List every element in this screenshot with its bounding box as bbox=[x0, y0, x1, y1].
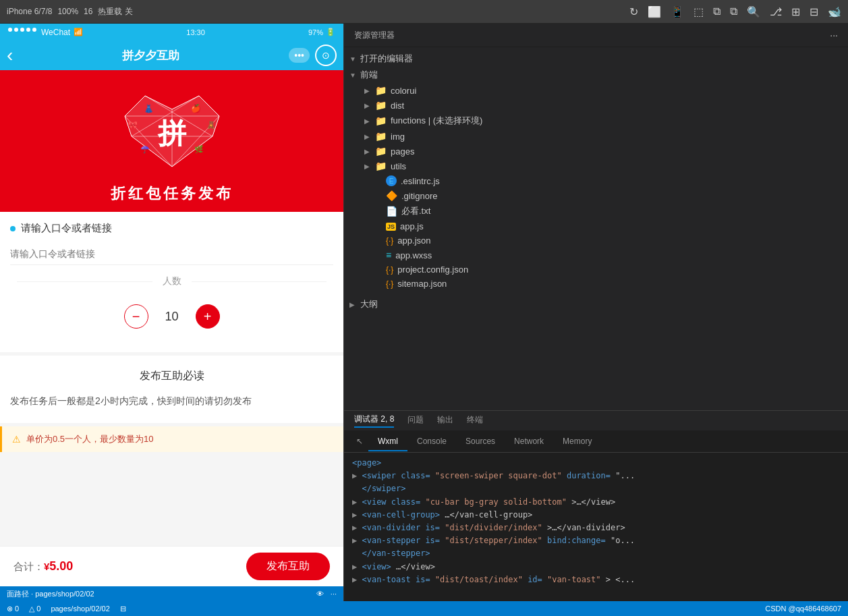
split-icon[interactable]: ⧉ bbox=[713, 5, 720, 18]
file-tree-item-appwxss[interactable]: ≡ app.wxss bbox=[344, 248, 848, 262]
nav-camera-button[interactable]: ⊙ bbox=[315, 45, 337, 66]
file-tree-item-appjs[interactable]: JS app.js bbox=[344, 219, 848, 233]
grid-icon[interactable]: ⊞ bbox=[791, 5, 800, 18]
svg-text:☂️: ☂️ bbox=[140, 144, 150, 154]
debug-subtab-sources[interactable]: Sources bbox=[456, 432, 505, 451]
xml-line-1: <page> bbox=[352, 457, 840, 470]
file-tree-item-img[interactable]: ▶ 📁 img bbox=[344, 129, 848, 144]
file-tree-item-projectjson[interactable]: {·} project.config.json bbox=[344, 262, 848, 277]
svg-text:拼: 拼 bbox=[157, 117, 187, 149]
open-editors-section[interactable]: ▼ 打开的编辑器 bbox=[344, 51, 848, 67]
svg-text:🌿: 🌿 bbox=[194, 144, 204, 154]
outline-section[interactable]: ▶ 大纲 bbox=[344, 296, 848, 312]
minus-icon: − bbox=[132, 309, 140, 325]
banner-logo: 拼 👗 🍎 🎀 🧸 ☂️ 🌿 折红包任务发布 bbox=[111, 79, 233, 204]
debug-tab-issues[interactable]: 问题 bbox=[407, 414, 424, 427]
explorer-menu-icon[interactable]: ··· bbox=[830, 30, 838, 40]
file-tree-item-eslintrc[interactable]: E .eslintrc.js bbox=[344, 173, 848, 188]
folder-icon-functions: 📁 bbox=[375, 115, 387, 126]
file-tree-item-utils[interactable]: ▶ 📁 utils bbox=[344, 159, 848, 173]
banner-text: 折红包任务发布 bbox=[111, 184, 233, 204]
file-icon: ⊟ bbox=[120, 605, 126, 613]
signal-dot-2 bbox=[14, 28, 18, 32]
frontend-label: 前端 bbox=[360, 69, 378, 81]
svg-text:🧸: 🧸 bbox=[206, 120, 216, 130]
pages-label: pages bbox=[391, 146, 414, 157]
van-stepper-is-value: "dist/stepper/index" bbox=[445, 536, 542, 545]
window-icon[interactable]: ⬚ bbox=[694, 5, 704, 18]
file-tree-item-colorui[interactable]: ▶ 📁 colorui bbox=[344, 83, 848, 98]
warning-icon: ⚠ bbox=[12, 434, 21, 445]
xml-tag-page: <page> bbox=[352, 458, 381, 468]
van-toast-id-value: "van-toast" bbox=[547, 575, 600, 584]
debug-subtab-network[interactable]: Network bbox=[505, 432, 553, 451]
explorer-title: 资源管理器 bbox=[354, 30, 395, 41]
appjson-label: app.json bbox=[397, 235, 430, 246]
stepper-minus-button[interactable]: − bbox=[124, 304, 148, 329]
functions-label: functions | (未选择环境) bbox=[391, 115, 482, 127]
debug-subtab-console[interactable]: Console bbox=[407, 432, 456, 451]
blue-dot-icon bbox=[10, 226, 16, 231]
reload-icon[interactable]: ↻ bbox=[629, 5, 638, 18]
wifi-icon: 📶 bbox=[74, 28, 83, 37]
debug-tab-terminal[interactable]: 终端 bbox=[467, 414, 483, 427]
van-toast-id: id= bbox=[528, 575, 542, 584]
total-label: 合计： bbox=[13, 561, 44, 573]
section-header: 请输入口令或者链接 bbox=[10, 222, 333, 235]
back-button[interactable]: ‹ bbox=[7, 45, 13, 66]
whale-icon[interactable]: 🐋 bbox=[828, 5, 841, 18]
xml-line-2[interactable]: ▶ <swiper class= "screen-swiper square-d… bbox=[352, 470, 840, 482]
van-divider-is-value: "dist/divider/index" bbox=[445, 523, 542, 532]
outline-label: 大纲 bbox=[360, 298, 378, 310]
table-icon[interactable]: ⊟ bbox=[810, 5, 818, 18]
debug-tabs-bar: 调试器 2, 8 问题 输出 终端 bbox=[344, 411, 848, 431]
file-tree-item-functions[interactable]: ▶ 📁 functions | (未选择环境) bbox=[344, 113, 848, 129]
frontend-section[interactable]: ▼ 前端 bbox=[344, 67, 848, 83]
file-tree-item-appjson[interactable]: {·} app.json bbox=[344, 233, 848, 248]
notice-title: 发布互助必读 bbox=[10, 369, 333, 383]
debug-content-area: <page> ▶ <swiper class= "screen-swiper s… bbox=[344, 453, 848, 601]
debug-tab-output[interactable]: 输出 bbox=[437, 414, 453, 427]
publish-button[interactable]: 发布互助 bbox=[246, 553, 330, 580]
debug-subtab-wxml[interactable]: Wxml bbox=[368, 432, 407, 451]
debug-tab-debugger[interactable]: 调试器 2, 8 bbox=[354, 414, 394, 428]
divider-section: 人数 bbox=[10, 275, 333, 287]
file-path[interactable]: pages/shop/02/02 bbox=[51, 605, 109, 613]
xml-line-5[interactable]: ▶ <van-cell-group> …</van-cell-group> bbox=[352, 509, 840, 522]
van-cell-group-tag: <van-cell-group> bbox=[362, 510, 440, 520]
file-tree-item-bisee[interactable]: 📄 必看.txt bbox=[344, 203, 848, 219]
hotreload-label[interactable]: 热重载 关 bbox=[98, 6, 132, 18]
debug-subtab-memory[interactable]: Memory bbox=[553, 432, 601, 451]
xml-line-4[interactable]: ▶ <view class= "cu-bar bg-gray solid-bot… bbox=[352, 496, 840, 509]
bisee-label: 必看.txt bbox=[401, 205, 430, 217]
total-symbol: ¥ bbox=[44, 561, 49, 572]
file-tree-item-pages[interactable]: ▶ 📁 pages bbox=[344, 144, 848, 159]
signal-dot-5 bbox=[32, 28, 36, 32]
xml-line-7[interactable]: ▶ <van-stepper is= "dist/stepper/index" … bbox=[352, 534, 840, 547]
stepper-plus-button[interactable]: + bbox=[196, 304, 220, 329]
search-icon[interactable]: 🔍 bbox=[747, 5, 760, 18]
xml-line-6[interactable]: ▶ <van-divider is= "dist/divider/index" … bbox=[352, 522, 840, 534]
file-tree-item-gitignore[interactable]: 🔶 .gitignore bbox=[344, 188, 848, 203]
zoom-label: 100% bbox=[57, 7, 78, 16]
file-tree-item-sitemapjson[interactable]: {·} sitemap.json bbox=[344, 277, 848, 291]
phone-bottom-bar: 合计： ¥ 5.00 发布互助 bbox=[0, 546, 343, 586]
stop-icon[interactable]: ⬜ bbox=[648, 5, 661, 18]
file-tree-item-dist[interactable]: ▶ 📁 dist bbox=[344, 98, 848, 113]
eye-icon[interactable]: 👁 bbox=[316, 590, 324, 598]
branch-icon[interactable]: ⎇ bbox=[770, 5, 782, 18]
dist-arrow: ▶ bbox=[364, 102, 375, 109]
path-dots[interactable]: ··· bbox=[331, 590, 337, 598]
phone-icon[interactable]: 📱 bbox=[671, 5, 684, 18]
gitignore-icon: 🔶 bbox=[386, 190, 397, 201]
phone-simulator: WeChat 📶 13:30 97% 🔋 ‹ 拼夕夕互助 ••• ⊙ bbox=[0, 24, 344, 601]
nav-more-button[interactable]: ••• bbox=[289, 48, 310, 63]
debug-subtab-icon[interactable]: ↖ bbox=[351, 432, 368, 451]
van-toast-arrow: ▶ bbox=[352, 575, 357, 584]
stepper-value: 10 bbox=[162, 310, 182, 324]
command-input[interactable] bbox=[10, 243, 333, 265]
xml-line-9[interactable]: ▶ <view> …</view> bbox=[352, 561, 840, 573]
xml-line-10[interactable]: ▶ <van-toast is= "dist/toast/index" id= … bbox=[352, 573, 840, 586]
utils-arrow: ▶ bbox=[364, 163, 375, 170]
copy-icon[interactable]: ⧉ bbox=[730, 5, 737, 18]
